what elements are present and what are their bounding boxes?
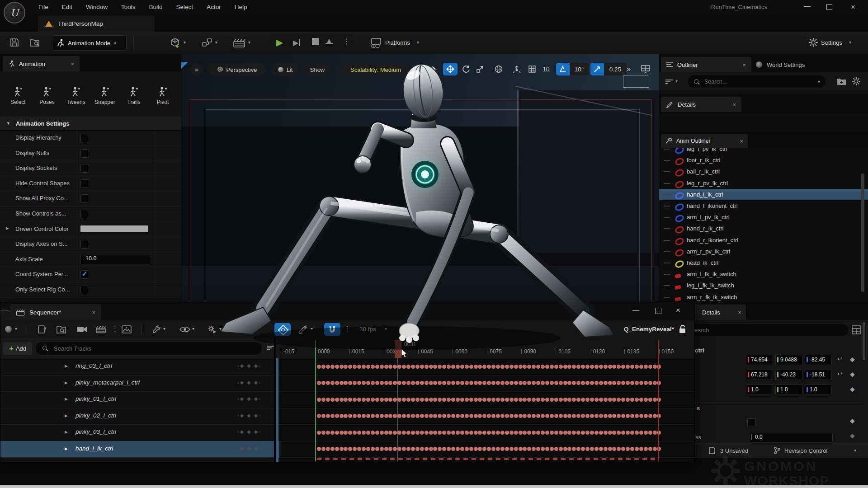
keyframe-dot[interactable] xyxy=(442,431,446,435)
keyframe-dot[interactable] xyxy=(411,398,415,402)
timeline-row-pinky_01_l_ctrl[interactable] xyxy=(279,391,694,408)
keyframe-dot[interactable] xyxy=(447,447,451,451)
transform-z-field[interactable]: 1.0 xyxy=(805,385,832,395)
keyframe-dot[interactable] xyxy=(478,398,482,402)
keyframe-dot[interactable] xyxy=(626,381,630,385)
keyframe-dot[interactable] xyxy=(644,398,648,402)
keyframe-dot[interactable] xyxy=(451,447,455,451)
close-icon[interactable]: × xyxy=(732,101,736,108)
keyframe-dot[interactable] xyxy=(371,398,375,402)
keyframe-dot[interactable] xyxy=(478,447,482,451)
keyframe-dot[interactable] xyxy=(585,414,590,418)
keyframe-dot[interactable] xyxy=(335,365,339,369)
keyframe-dot[interactable] xyxy=(326,381,330,385)
key-diamond-icon[interactable]: ◆ xyxy=(850,385,855,393)
keyframe-dot[interactable] xyxy=(581,381,585,385)
keyframe-dot[interactable] xyxy=(371,414,375,418)
filter-caret-icon[interactable]: ▾ xyxy=(675,79,678,84)
keyframe-dot[interactable] xyxy=(639,398,643,402)
keyframe-dot[interactable] xyxy=(608,447,612,451)
keyframe-dot[interactable] xyxy=(344,447,348,451)
keyframe-dot[interactable] xyxy=(321,431,326,435)
cinematics-icon[interactable] xyxy=(233,38,245,48)
keyframe-dot[interactable] xyxy=(487,447,491,451)
details-search-input[interactable] xyxy=(689,326,827,334)
keyframe-dot[interactable] xyxy=(429,447,433,451)
keyframe-dot[interactable] xyxy=(527,398,531,402)
keyframe-dot[interactable] xyxy=(465,398,469,402)
keyframe-dot[interactable] xyxy=(442,365,446,369)
keyframe-dot[interactable] xyxy=(344,398,348,402)
add-track-button[interactable]: + Add xyxy=(3,342,32,355)
keyframe-dot[interactable] xyxy=(326,398,330,402)
keyframe-dot[interactable] xyxy=(388,431,392,435)
menu-build[interactable]: Build xyxy=(142,0,170,14)
launch-button[interactable]: ▲ xyxy=(326,37,333,44)
keyframe-dot[interactable] xyxy=(366,431,370,435)
expander-icon[interactable]: ▶ xyxy=(65,380,68,385)
keyframe-dot[interactable] xyxy=(604,398,608,402)
keyframe-dot[interactable] xyxy=(357,414,361,418)
keyframe-dot[interactable] xyxy=(482,381,486,385)
keyframe-dot[interactable] xyxy=(460,381,464,385)
keyframe-dot[interactable] xyxy=(536,447,540,451)
keyframe-dot[interactable] xyxy=(429,398,433,402)
scalability-button[interactable]: Scalability: Medium xyxy=(340,63,411,76)
anim-ctrl-hand_r_ikorient_ctrl[interactable]: hand_r_ikorient_ctrl xyxy=(659,235,868,246)
keyframe-dot[interactable] xyxy=(474,398,478,402)
keyframe-dot[interactable] xyxy=(348,381,352,385)
keyframe-dot[interactable] xyxy=(563,447,567,451)
keyframe-dot[interactable] xyxy=(621,447,625,451)
keyframe-dot[interactable] xyxy=(438,398,442,402)
keyframe-dot[interactable] xyxy=(576,381,580,385)
track-pinky_03_l_ctrl[interactable]: ▶pinky_03_l_ctrl‹◆ ◆ ◆› xyxy=(0,424,279,441)
keyframe-dot[interactable] xyxy=(478,431,482,435)
keyframe-dot[interactable] xyxy=(532,365,536,369)
settings-gear-icon[interactable] xyxy=(808,38,818,47)
keyframe-dot[interactable] xyxy=(415,431,420,435)
keyframe-dot[interactable] xyxy=(362,381,366,385)
anim-outliner-scrollbar[interactable] xyxy=(861,174,864,292)
keyframe-dot[interactable] xyxy=(456,381,460,385)
keyframe-dot[interactable] xyxy=(402,447,406,451)
anim-ctrl-arm_l_fk_ik_switch[interactable]: arm_l_fk_ik_switch xyxy=(659,268,868,280)
keyframe-dot[interactable] xyxy=(599,398,603,402)
tool-pivot[interactable]: Pivot xyxy=(150,86,175,105)
keyframe-dot[interactable] xyxy=(536,381,540,385)
keyframe-dot[interactable] xyxy=(344,414,348,418)
keyframe-dot[interactable] xyxy=(348,398,352,402)
keyframe-dot[interactable] xyxy=(326,431,330,435)
keyframe-dot[interactable] xyxy=(420,431,424,435)
keyframe-dot[interactable] xyxy=(469,398,473,402)
keyframe-dot[interactable] xyxy=(487,365,491,369)
keyframe-dot[interactable] xyxy=(559,414,563,418)
keyframe-dot[interactable] xyxy=(357,431,361,435)
keyframe-dot[interactable] xyxy=(447,398,451,402)
keyframe-dot[interactable] xyxy=(348,414,352,418)
keyframe-dot[interactable] xyxy=(496,398,500,402)
keyframe-dot[interactable] xyxy=(608,365,612,369)
keyframe-dot[interactable] xyxy=(397,414,401,418)
add-actor-icon[interactable] xyxy=(170,37,181,49)
keyframe-dot[interactable] xyxy=(482,447,486,451)
keyframe-dot[interactable] xyxy=(321,365,326,369)
setting-checkbox[interactable] xyxy=(80,210,89,218)
keyframe-dot[interactable] xyxy=(514,398,518,402)
keyframe-dot[interactable] xyxy=(527,447,531,451)
settings-label[interactable]: Settings xyxy=(821,39,842,46)
keyframe-dot[interactable] xyxy=(536,365,540,369)
keyframe-dot[interactable] xyxy=(388,414,392,418)
keyframe-dot[interactable] xyxy=(411,447,415,451)
keyframe-dot[interactable] xyxy=(554,381,558,385)
keyframe-dot[interactable] xyxy=(402,414,406,418)
keyframe-dot[interactable] xyxy=(500,431,505,435)
keyframe-dot[interactable] xyxy=(514,365,518,369)
keyframe-dot[interactable] xyxy=(509,447,514,451)
lock-icon[interactable] xyxy=(679,324,687,334)
keyframe-dot[interactable] xyxy=(406,398,410,402)
outliner-search-input[interactable] xyxy=(703,78,805,85)
tool-poses[interactable]: Poses xyxy=(34,86,60,105)
setting-checkbox[interactable] xyxy=(80,164,89,173)
keyframe-dot[interactable] xyxy=(496,431,500,435)
keyframe-dot[interactable] xyxy=(348,447,352,451)
